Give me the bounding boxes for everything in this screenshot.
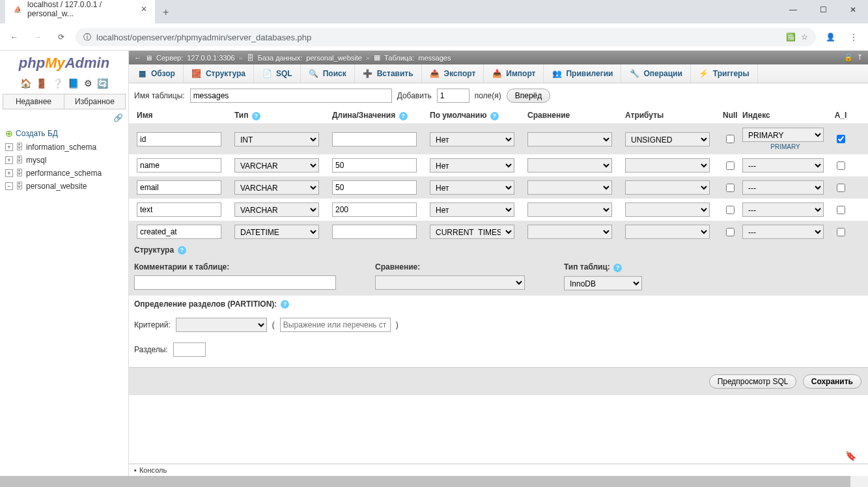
tab-structure[interactable]: 🧱Структура <box>184 64 254 83</box>
breadcrumb-table[interactable]: messages <box>418 54 451 62</box>
table-name-input[interactable] <box>190 89 392 103</box>
nav-back[interactable]: ← <box>5 28 23 46</box>
sql-docs-icon[interactable]: 📘 <box>68 78 79 89</box>
col-ai-checkbox[interactable] <box>837 135 845 143</box>
col-attributes-select[interactable] <box>625 202 710 217</box>
col-name-input[interactable] <box>137 180 221 195</box>
col-name-input[interactable] <box>137 158 221 173</box>
horizontal-scrollbar[interactable] <box>0 476 868 487</box>
settings-icon[interactable]: ⚙ <box>84 78 92 89</box>
logout-icon[interactable]: 🚪 <box>36 78 47 89</box>
col-default-select[interactable]: Нет <box>430 158 514 173</box>
panel-tab-recent[interactable]: Недавнее <box>3 94 64 109</box>
col-type-select[interactable]: VARCHAR <box>234 180 319 195</box>
tree-db-item[interactable]: + 🗄 information_schema <box>5 141 123 154</box>
help-icon[interactable]: ? <box>281 300 289 309</box>
tree-new-db[interactable]: ⊕ Создать БД <box>5 126 123 141</box>
col-default-select[interactable]: Нет <box>430 132 514 146</box>
col-null-checkbox[interactable] <box>726 135 735 143</box>
col-type-select[interactable]: DATETIME <box>234 225 319 239</box>
tree-expand-icon[interactable]: + <box>5 143 13 151</box>
window-minimize[interactable]: — <box>778 0 808 20</box>
tab-insert[interactable]: ➕Вставить <box>355 64 422 83</box>
col-ai-checkbox[interactable] <box>837 184 845 192</box>
col-index-select[interactable]: --- <box>742 225 824 239</box>
home-icon[interactable]: 🏠 <box>20 78 31 89</box>
col-collation-select[interactable] <box>527 158 612 173</box>
breadcrumb-db[interactable]: personal_website <box>306 54 362 62</box>
tab-browse[interactable]: ▦Обзор <box>129 64 184 83</box>
col-null-checkbox[interactable] <box>726 184 735 192</box>
col-length-input[interactable] <box>332 202 417 217</box>
col-index-select[interactable]: PRIMARY <box>742 128 824 142</box>
col-length-input[interactable] <box>332 132 417 146</box>
breadcrumb-server[interactable]: 127.0.0.1:3306 <box>187 54 234 62</box>
tab-operations[interactable]: 🔧Операции <box>621 64 690 83</box>
col-ai-checkbox[interactable] <box>837 206 845 214</box>
col-name-input[interactable] <box>137 225 221 239</box>
col-null-checkbox[interactable] <box>726 161 735 170</box>
reload-icon[interactable]: 🔄 <box>97 78 108 89</box>
col-length-input[interactable] <box>332 158 417 173</box>
pma-logo[interactable]: phpMyAdmin <box>0 51 128 76</box>
console-bar[interactable]: ▪ Консоль <box>129 464 868 476</box>
site-info-icon[interactable]: ⓘ <box>83 32 91 43</box>
col-null-checkbox[interactable] <box>726 206 735 214</box>
page-up-icon[interactable]: ⤒ <box>857 53 863 62</box>
go-button[interactable]: Вперёд <box>507 89 551 103</box>
table-collation-select[interactable] <box>375 275 525 290</box>
partitions-count-input[interactable] <box>173 342 206 357</box>
tree-db-item[interactable]: + 🗄 mysql <box>5 154 123 167</box>
window-maximize[interactable]: ☐ <box>808 0 838 20</box>
nav-back-icon[interactable]: ← <box>134 54 141 62</box>
col-default-select[interactable]: Нет <box>430 180 514 195</box>
tab-triggers[interactable]: ⚡Триггеры <box>691 64 758 83</box>
nav-forward[interactable]: → <box>29 28 47 46</box>
col-type-select[interactable]: VARCHAR <box>234 158 319 173</box>
col-ai-checkbox[interactable] <box>837 228 845 236</box>
col-attributes-select[interactable] <box>625 158 710 173</box>
lock-icon[interactable]: 🔒 <box>844 53 853 62</box>
col-attributes-select[interactable]: UNSIGNED <box>625 132 710 146</box>
address-bar[interactable]: ⓘ localhost/openserver/phpmyadmin/server… <box>76 28 816 46</box>
tree-db-item[interactable]: + 🗄 performance_schema <box>5 167 123 180</box>
col-index-select[interactable]: --- <box>742 202 824 217</box>
docs-icon[interactable]: ❔ <box>52 78 63 89</box>
col-index-select[interactable]: --- <box>742 158 824 173</box>
col-ai-checkbox[interactable] <box>837 161 845 170</box>
browser-tab[interactable]: ⛵ localhost / 127.0.0.1 / personal_w... … <box>5 0 155 23</box>
profile-icon[interactable]: 👤 <box>821 28 839 46</box>
col-length-input[interactable] <box>332 225 417 239</box>
help-icon[interactable]: ? <box>399 112 408 120</box>
col-null-checkbox[interactable] <box>726 228 735 236</box>
tree-expand-icon[interactable]: + <box>5 156 13 164</box>
table-engine-select[interactable]: InnoDB <box>564 276 642 290</box>
col-default-select[interactable]: CURRENT_TIMESTAMP <box>430 225 514 239</box>
col-collation-select[interactable] <box>527 132 612 146</box>
col-type-select[interactable]: INT <box>234 132 319 146</box>
nav-reload[interactable]: ⟳ <box>52 28 70 46</box>
bookmark-star-icon[interactable]: ☆ <box>801 33 808 42</box>
tab-sql[interactable]: 📄SQL <box>254 64 301 83</box>
tab-close-icon[interactable]: ✕ <box>141 5 147 14</box>
help-icon[interactable]: ? <box>613 264 622 272</box>
tab-privileges[interactable]: 👥Привилегии <box>544 64 621 83</box>
col-index-select[interactable]: --- <box>742 180 824 195</box>
new-tab-button[interactable]: + <box>155 1 176 23</box>
tab-export[interactable]: 📤Экспорт <box>422 64 484 83</box>
col-attributes-select[interactable] <box>625 180 710 195</box>
table-comments-input[interactable] <box>134 275 336 290</box>
partition-expr-input[interactable] <box>280 318 391 332</box>
col-collation-select[interactable] <box>527 225 612 239</box>
add-cols-input[interactable] <box>437 89 469 103</box>
col-name-input[interactable] <box>137 202 221 217</box>
help-icon[interactable]: ? <box>178 246 186 255</box>
menu-icon[interactable]: ⋮ <box>845 28 863 46</box>
tab-import[interactable]: 📥Импорт <box>484 64 544 83</box>
tree-collapse-icon[interactable]: − <box>5 182 13 190</box>
bookmark-icon[interactable]: 🔖 <box>845 451 856 461</box>
translate-icon[interactable]: 🈯 <box>786 33 796 42</box>
col-collation-select[interactable] <box>527 202 612 217</box>
save-button[interactable]: Сохранить <box>803 374 861 389</box>
window-close[interactable]: ✕ <box>838 0 868 20</box>
